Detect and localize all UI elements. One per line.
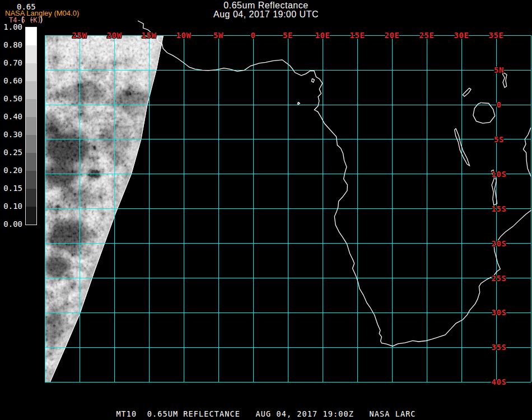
lat-label-5N: 5N — [494, 66, 504, 74]
colorbar-tick-label: 0.30 — [0, 130, 22, 139]
lon-label-10W: 10W — [176, 31, 192, 40]
lon-label-20E: 20E — [385, 31, 400, 40]
footer-caption: MT10 0.65UM REFLECTANCE AUG 04, 2017 19:… — [0, 409, 532, 418]
colorbar-segment — [26, 135, 36, 153]
lat-label-25S: 25S — [492, 274, 507, 283]
colorbar-segment — [26, 63, 36, 81]
lon-label-5W: 5W — [213, 31, 223, 40]
lon-label-25W: 25W — [72, 31, 87, 40]
colorbar-gradient — [25, 27, 37, 225]
colorbar-segment — [26, 117, 36, 135]
coastline-lake-albert — [463, 88, 471, 96]
lat-label-30S: 30S — [492, 308, 507, 317]
lat-label-35S: 35S — [492, 343, 507, 352]
colorbar-tick-label: 0.00 — [0, 220, 22, 228]
colorbar-segment — [26, 153, 36, 171]
satellite-quicklook: 0.65um Reflectance Aug 04, 2017 19:00 UT… — [0, 0, 532, 420]
colorbar-segment — [26, 99, 36, 117]
colorbar-tick-label: 0.25 — [0, 148, 22, 157]
colorbar-segment — [26, 45, 36, 63]
colorbar-tick-label: 0.15 — [0, 184, 22, 193]
lat-label-5S: 5S — [494, 135, 504, 144]
satellite-swath-imagery — [39, 32, 213, 382]
colorbar-segment — [26, 171, 36, 189]
coastline-lake-turkana — [502, 73, 507, 87]
colorbar-segment — [26, 27, 36, 45]
lon-label-15E: 15E — [350, 31, 365, 40]
coastline-west-and-south-coast — [138, 21, 531, 346]
page-title: 0.65um Reflectance — [0, 1, 532, 10]
colorbar-tick-label: 0.20 — [0, 166, 22, 175]
colorbar-tick-label: 0.70 — [0, 58, 22, 67]
lon-label-20W: 20W — [107, 31, 122, 40]
colorbar-segment — [26, 81, 36, 99]
page-subtitle: Aug 04, 2017 19:00 UTC — [0, 10, 532, 19]
coastlines — [138, 21, 531, 346]
lat-label-15S: 15S — [492, 204, 507, 213]
colorbar-tick-label: 1.00 — [0, 22, 22, 31]
coastline-east-coast-fragment — [523, 128, 531, 176]
lat-label-0: 0 — [497, 100, 502, 109]
lon-label-10E: 10E — [315, 31, 330, 40]
colorbar-tick-label: 0.60 — [0, 76, 22, 85]
colorbar-segment — [26, 189, 36, 207]
colorbar-segment — [26, 207, 36, 225]
colorbar-tick-label: 0.80 — [0, 40, 22, 49]
lat-label-10S: 10S — [492, 170, 507, 179]
colorbar-tick-label: 0.50 — [0, 94, 22, 103]
lon-label-0: 0 — [251, 31, 256, 40]
title-block: 0.65um Reflectance Aug 04, 2017 19:00 UT… — [0, 1, 532, 19]
lat-label-20S: 20S — [492, 239, 507, 248]
lon-label-25E: 25E — [419, 31, 435, 40]
colorbar-tick-label: 0.40 — [0, 112, 22, 121]
lon-label-35E: 35E — [489, 31, 504, 40]
colorbar-tick-label: 0.10 — [0, 202, 22, 211]
map-canvas — [0, 0, 532, 420]
lat-label-40S: 40S — [492, 377, 507, 386]
lon-label-15W: 15W — [142, 31, 157, 40]
coastline-lake-tanganyika — [455, 128, 470, 166]
coastline-sao-tome-island — [298, 102, 300, 104]
coastline-lake-victoria — [473, 102, 495, 123]
lon-label-5E: 5E — [283, 31, 293, 40]
coastline-bioko-island — [311, 78, 314, 82]
lon-label-30E: 30E — [454, 31, 469, 40]
